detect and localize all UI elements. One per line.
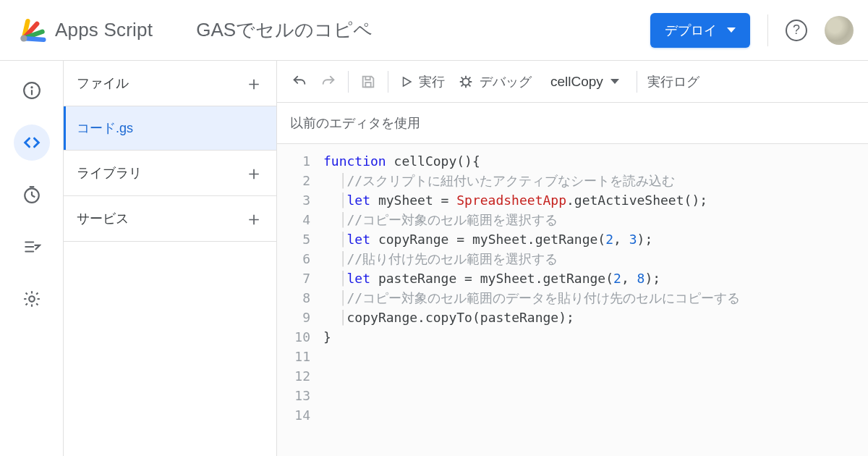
rail-executions-icon[interactable] (14, 229, 50, 265)
line-gutter: 1234567891011121314 (277, 151, 319, 456)
main: ファイル ＋ コード.gs ライブラリ ＋ サービス ＋ (0, 61, 868, 456)
file-item[interactable]: コード.gs (64, 106, 276, 151)
libraries-section-header: ライブラリ ＋ (64, 151, 276, 196)
services-label: サービス (77, 210, 129, 227)
logo-cluster: Apps Script (14, 14, 153, 46)
libraries-label: ライブラリ (77, 164, 142, 182)
add-library-icon[interactable]: ＋ (244, 164, 263, 182)
debug-button[interactable]: デバッグ (456, 70, 533, 93)
redo-icon[interactable] (319, 71, 338, 93)
divider (348, 71, 349, 93)
undo-icon[interactable] (290, 71, 309, 93)
save-icon[interactable] (359, 71, 378, 93)
code-content[interactable]: function cellCopy(){ │//スクリプトに紐付いたアクティブな… (319, 151, 868, 456)
code-editor[interactable]: 1234567891011121314 function cellCopy(){… (277, 144, 868, 456)
deploy-button-label: デプロイ (665, 22, 717, 39)
function-name: cellCopy (550, 74, 603, 90)
apps-script-logo-icon (14, 14, 46, 46)
help-icon[interactable]: ? (786, 20, 807, 41)
editor-column: 実行 デバッグ cellCopy 実行ログ 以前のエディタを使用 1234567… (277, 61, 868, 456)
header: Apps Script GASでセルのコピペ デプロイ ? (0, 0, 868, 61)
rail-settings-icon[interactable] (14, 281, 50, 317)
rail-editor-icon[interactable] (14, 124, 50, 161)
dropdown-icon (727, 28, 736, 33)
svg-marker-13 (404, 77, 412, 86)
svg-rect-12 (365, 82, 370, 86)
debug-label: デバッグ (480, 73, 532, 90)
add-service-icon[interactable]: ＋ (244, 209, 263, 228)
project-title[interactable]: GASでセルのコピペ (196, 17, 373, 43)
brand-name: Apps Script (55, 19, 153, 41)
use-old-editor-link[interactable]: 以前のエディタを使用 (277, 103, 868, 144)
execution-log-button[interactable]: 実行ログ (647, 73, 699, 90)
svg-point-0 (20, 35, 27, 41)
divider (767, 14, 768, 46)
files-label: ファイル (77, 75, 129, 92)
svg-line-6 (32, 195, 35, 197)
dropdown-icon (610, 79, 619, 84)
account-avatar[interactable] (825, 16, 854, 45)
svg-point-14 (462, 78, 469, 85)
run-label: 実行 (419, 73, 445, 90)
files-section-header: ファイル ＋ (64, 61, 276, 106)
divider (388, 71, 388, 93)
left-rail (0, 61, 64, 456)
rail-triggers-icon[interactable] (14, 177, 50, 213)
deploy-button[interactable]: デプロイ (650, 13, 750, 48)
divider (637, 71, 637, 93)
function-select[interactable]: cellCopy (550, 74, 619, 90)
header-right: デプロイ ? (650, 13, 854, 48)
run-button[interactable]: 実行 (399, 70, 446, 93)
add-file-icon[interactable]: ＋ (244, 74, 263, 93)
file-pane: ファイル ＋ コード.gs ライブラリ ＋ サービス ＋ (64, 61, 277, 456)
rail-overview-icon[interactable] (14, 72, 50, 109)
toolbar: 実行 デバッグ cellCopy 実行ログ (277, 61, 868, 103)
services-section-header: サービス ＋ (64, 196, 276, 242)
svg-point-11 (29, 296, 35, 302)
